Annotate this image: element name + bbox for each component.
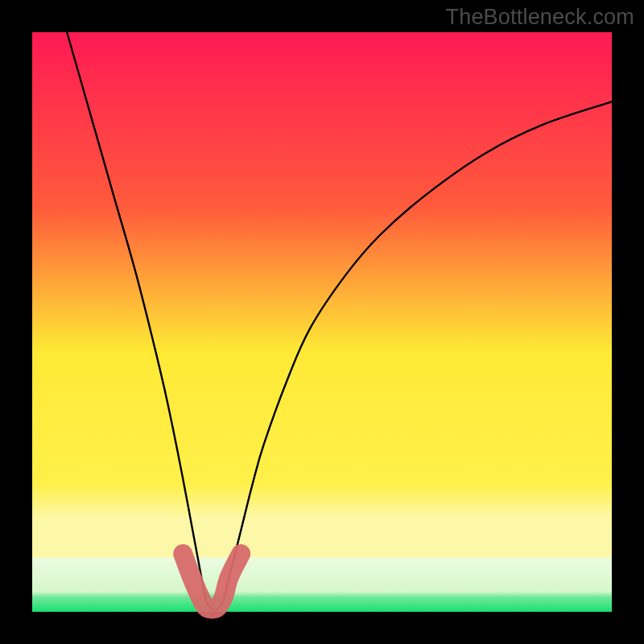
svg-rect-0 <box>32 32 612 612</box>
chart-frame: TheBottleneck.com <box>0 0 644 644</box>
watermark-label: TheBottleneck.com <box>445 5 634 30</box>
bottleneck-chart <box>0 0 644 644</box>
